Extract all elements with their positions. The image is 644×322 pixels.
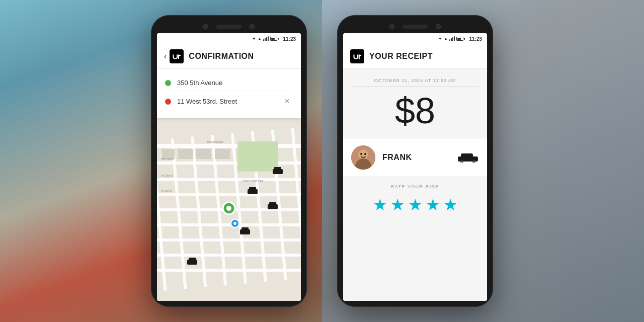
phone-confirmation: ✦ ▲ 11:23 ‹ (151, 15, 307, 307)
destination-address[interactable]: 11 West 53rd. Street (177, 98, 275, 105)
phone-top-right (343, 21, 487, 33)
svg-point-37 (233, 222, 236, 225)
rating-label: RATE YOUR RIDE (391, 184, 440, 189)
back-button[interactable]: ‹ (164, 52, 167, 61)
confirmation-title: CONFIRMATION (189, 52, 254, 61)
location-card: 350 5th Avenue 11 West 53rd. Street × (157, 69, 301, 118)
battery-icon-right (456, 37, 465, 41)
svg-rect-22 (196, 149, 211, 159)
star-4[interactable]: ★ (426, 195, 440, 214)
map-view[interactable]: 33rd Street W 32nd St W 31st St Herald S… (157, 118, 301, 301)
svg-text:Empire State Bldg: Empire State Bldg (243, 179, 263, 182)
destination-row: 11 West 53rd. Street × (165, 91, 293, 112)
origin-address[interactable]: 350 5th Avenue (177, 79, 293, 87)
svg-point-48 (364, 153, 366, 155)
rating-section: RATE YOUR RIDE ★ ★ ★ ★ ★ (343, 177, 487, 301)
uber-logo-left (170, 49, 184, 63)
uber-logo-right (350, 49, 364, 63)
driver-card: FRANK (343, 138, 487, 177)
signal-icon (263, 36, 269, 41)
svg-rect-31 (274, 167, 281, 171)
svg-rect-4 (157, 178, 301, 181)
receipt-amount: $8 (343, 87, 487, 138)
sensor-left (250, 24, 255, 29)
screen-left: ✦ ▲ 11:23 ‹ (157, 33, 301, 301)
svg-rect-9 (157, 254, 301, 257)
svg-rect-33 (249, 187, 256, 191)
status-time-right: 11:23 (469, 36, 482, 42)
svg-rect-10 (157, 269, 301, 272)
status-bar-right: ✦ ▲ 11:23 (343, 33, 487, 44)
app-header-right: YOUR RECEIPT (343, 44, 487, 69)
origin-row: 350 5th Avenue (165, 75, 293, 91)
svg-point-35 (226, 206, 231, 211)
speaker-right (403, 25, 428, 29)
front-camera-left (203, 24, 208, 29)
origin-dot (165, 80, 171, 86)
bluetooth-icon: ✦ (252, 36, 256, 41)
svg-text:33rd Street: 33rd Street (161, 157, 174, 160)
svg-text:W 32nd St: W 32nd St (161, 174, 173, 177)
sensor-right (436, 24, 441, 29)
car-icon (457, 152, 479, 163)
bluetooth-icon-right: ✦ (438, 36, 442, 41)
driver-avatar (351, 145, 375, 170)
svg-rect-27 (242, 227, 249, 231)
status-icons-right: ✦ ▲ (438, 36, 465, 41)
confirmation-screen: 350 5th Avenue 11 West 53rd. Street × (157, 69, 301, 301)
map-svg: 33rd Street W 32nd St W 31st St Herald S… (157, 118, 301, 301)
svg-rect-23 (215, 149, 230, 159)
svg-text:W 31st St: W 31st St (161, 189, 172, 192)
svg-point-45 (358, 149, 368, 159)
status-bar-left: ✦ ▲ 11:23 (157, 33, 301, 44)
phones-container: ✦ ▲ 11:23 ‹ (151, 15, 493, 307)
car-icon-container (457, 152, 479, 163)
battery-icon (270, 37, 279, 41)
svg-rect-21 (178, 149, 193, 159)
front-camera-right (389, 24, 394, 29)
star-1[interactable]: ★ (373, 195, 387, 214)
svg-rect-2 (157, 144, 301, 148)
app-header-left: ‹ CONFIRMATION (157, 44, 301, 69)
star-2[interactable]: ★ (390, 195, 405, 214)
destination-dot (165, 99, 171, 105)
speaker-left (216, 25, 242, 29)
star-rating[interactable]: ★ ★ ★ ★ ★ (373, 195, 458, 214)
receipt-date: OCTOBER 21, 2015 AT 11:53 AM (351, 69, 479, 87)
svg-rect-19 (237, 141, 278, 172)
svg-text:Herald Square: Herald Square (207, 140, 223, 143)
svg-rect-29 (269, 202, 276, 206)
wifi-icon-right: ▲ (444, 36, 448, 41)
star-5[interactable]: ★ (443, 195, 458, 214)
svg-rect-3 (157, 162, 301, 165)
status-icons-left: ✦ ▲ (252, 36, 279, 41)
svg-rect-8 (157, 238, 301, 242)
wifi-icon: ▲ (258, 36, 262, 41)
phone-top-left (157, 21, 301, 33)
receipt-screen: OCTOBER 21, 2015 AT 11:53 AM $8 (343, 69, 487, 301)
svg-rect-50 (461, 153, 473, 158)
screen-right: ✦ ▲ 11:23 (343, 33, 487, 301)
receipt-title: YOUR RECEIPT (369, 52, 433, 61)
svg-point-47 (360, 153, 362, 155)
star-3[interactable]: ★ (408, 195, 423, 214)
phone-receipt: ✦ ▲ 11:23 (337, 15, 493, 307)
driver-name: FRANK (382, 153, 457, 162)
svg-rect-25 (189, 258, 196, 261)
status-time-left: 11:23 (283, 36, 296, 42)
signal-icon-right (449, 36, 455, 41)
clear-destination-button[interactable]: × (281, 95, 293, 108)
